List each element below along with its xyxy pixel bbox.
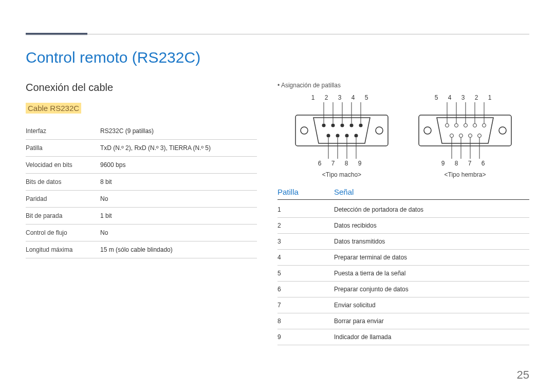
- table-row: 9Indicador de llamada: [278, 329, 529, 345]
- spec-value: 9600 bps: [100, 157, 257, 174]
- spec-label: Bit de parada: [26, 208, 100, 225]
- signal-name: Puesta a tierra de la señal: [334, 266, 529, 282]
- section-subtitle: Conexión del cable: [26, 82, 257, 94]
- table-row: Bits de datos8 bit: [26, 174, 257, 191]
- svg-point-8: [341, 124, 344, 127]
- connector-diagrams: 1 2 3 4 5: [278, 94, 529, 178]
- svg-point-23: [424, 127, 431, 134]
- svg-point-26: [446, 124, 449, 127]
- table-row: 7Enviar solicitud: [278, 297, 529, 313]
- content-columns: Conexión del cable Cable RS232C Interfaz…: [26, 82, 529, 345]
- spec-value: 1 bit: [100, 208, 257, 225]
- spec-value: TxD (N.º 2), RxD (N.º 3), TIERRA (N.º 5): [100, 140, 257, 157]
- spec-label: Interfaz: [26, 123, 100, 140]
- signal-name: Borrar para enviar: [334, 313, 529, 329]
- svg-point-24: [499, 127, 506, 134]
- db9-male-icon: [293, 102, 391, 159]
- signal-header-pin: Patilla: [278, 188, 334, 196]
- signal-pin: 6: [278, 282, 334, 297]
- signal-pin: 1: [278, 202, 334, 218]
- signal-pin: 9: [278, 329, 334, 345]
- svg-point-4: [322, 124, 326, 127]
- signal-name: Detección de portadora de datos: [334, 202, 529, 218]
- svg-point-18: [345, 134, 349, 138]
- table-row: 8Borrar para enviar: [278, 313, 529, 329]
- spec-label: Velocidad en bits: [26, 157, 100, 174]
- svg-point-12: [359, 124, 363, 127]
- table-row: 5Puesta a tierra de la señal: [278, 266, 529, 282]
- signal-name: Preparar conjunto de datos: [334, 282, 529, 297]
- female-bottom-pin-numbers: 9 8 7 6: [416, 160, 514, 167]
- table-row: Longitud máxima15 m (sólo cable blindado…: [26, 241, 257, 258]
- signal-pin: 5: [278, 266, 334, 282]
- signal-name: Indicador de llamada: [334, 329, 529, 345]
- spec-table: InterfazRS232C (9 patillas) PatillaTxD (…: [26, 123, 257, 258]
- svg-point-36: [450, 134, 454, 138]
- right-column: Asignación de patillas 1 2 3 4 5: [278, 82, 529, 345]
- svg-point-32: [473, 124, 477, 127]
- spec-value: RS232C (9 patillas): [100, 123, 257, 140]
- svg-marker-3: [313, 118, 370, 143]
- table-row: Bit de parada1 bit: [26, 208, 257, 225]
- signal-table-header: Patilla Señal: [278, 188, 529, 200]
- female-caption: <Tipo hembra>: [416, 171, 514, 178]
- db9-female-icon: [416, 102, 514, 159]
- male-connector-diagram: 1 2 3 4 5: [293, 94, 391, 178]
- spec-label: Patilla: [26, 140, 100, 157]
- svg-point-38: [459, 134, 463, 138]
- svg-point-14: [327, 134, 330, 138]
- svg-point-6: [331, 124, 335, 127]
- page-number: 25: [517, 368, 529, 382]
- signal-name: Datos transmitidos: [334, 234, 529, 250]
- table-row: InterfazRS232C (9 patillas): [26, 123, 257, 140]
- svg-point-40: [469, 134, 472, 138]
- spec-label: Control de flujo: [26, 225, 100, 241]
- signal-pin: 8: [278, 313, 334, 329]
- table-row: Velocidad en bits9600 bps: [26, 157, 257, 174]
- spec-value: No: [100, 191, 257, 208]
- spec-value: 15 m (sólo cable blindado): [100, 241, 257, 258]
- table-row: 1Detección de portadora de datos: [278, 202, 529, 218]
- male-caption: <Tipo macho>: [293, 171, 391, 178]
- svg-point-2: [376, 127, 383, 134]
- female-top-pin-numbers: 5 4 3 2 1: [416, 94, 514, 101]
- spec-value: No: [100, 225, 257, 241]
- signal-name: Enviar solicitud: [334, 297, 529, 313]
- table-row: PatillaTxD (N.º 2), RxD (N.º 3), TIERRA …: [26, 140, 257, 157]
- table-row: 6Preparar conjunto de datos: [278, 282, 529, 297]
- svg-point-10: [350, 124, 354, 127]
- signal-name: Datos recibidos: [334, 218, 529, 234]
- svg-point-16: [336, 134, 340, 138]
- signal-pin: 2: [278, 218, 334, 234]
- signal-name: Preparar terminal de datos: [334, 250, 529, 266]
- signal-header-signal: Señal: [334, 188, 354, 196]
- signal-pin: 4: [278, 250, 334, 266]
- spec-label: Bits de datos: [26, 174, 100, 191]
- svg-marker-25: [437, 118, 493, 143]
- svg-point-34: [483, 124, 486, 127]
- signal-pin: 3: [278, 234, 334, 250]
- table-row: Control de flujoNo: [26, 225, 257, 241]
- header-rule: [26, 34, 529, 34]
- pin-assignment-label: Asignación de patillas: [278, 82, 529, 89]
- signal-table: 1Detección de portadora de datos 2Datos …: [278, 202, 529, 345]
- svg-point-20: [355, 134, 358, 138]
- spec-label: Longitud máxima: [26, 241, 100, 258]
- spec-label: Paridad: [26, 191, 100, 208]
- table-row: ParidadNo: [26, 191, 257, 208]
- table-row: 4Preparar terminal de datos: [278, 250, 529, 266]
- spec-value: 8 bit: [100, 174, 257, 191]
- page-title: Control remoto (RS232C): [26, 49, 529, 66]
- svg-point-28: [455, 124, 458, 127]
- table-row: 3Datos transmitidos: [278, 234, 529, 250]
- section-subhead: Cable RS232C: [26, 103, 81, 114]
- svg-point-1: [301, 127, 308, 134]
- male-bottom-pin-numbers: 6 7 8 9: [293, 160, 391, 167]
- svg-point-30: [464, 124, 468, 127]
- svg-rect-0: [295, 115, 388, 146]
- left-column: Conexión del cable Cable RS232C Interfaz…: [26, 82, 257, 345]
- svg-point-42: [478, 134, 482, 138]
- female-connector-diagram: 5 4 3 2 1 9 8 7 6 <Tipo: [416, 94, 514, 178]
- svg-rect-22: [419, 115, 511, 146]
- signal-pin: 7: [278, 297, 334, 313]
